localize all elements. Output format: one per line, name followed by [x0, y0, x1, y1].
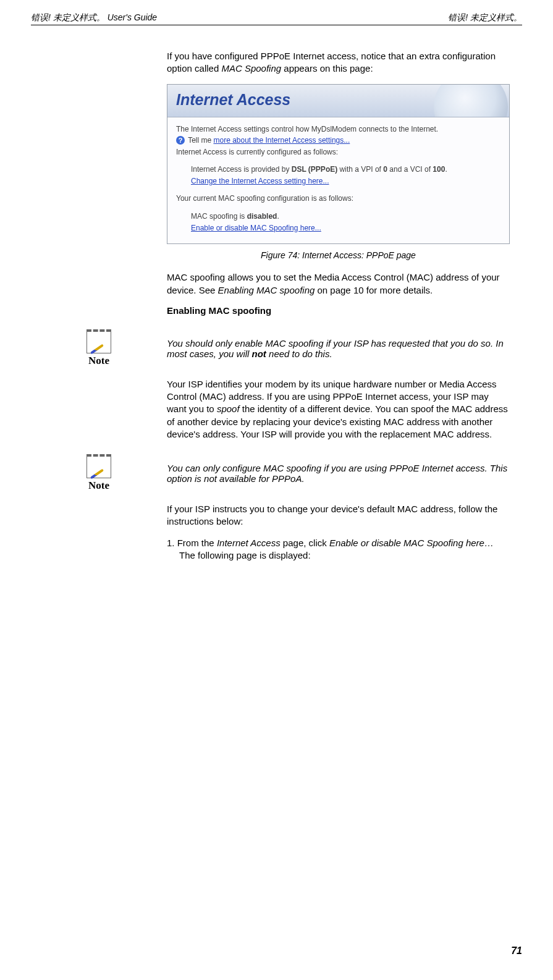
- item1-a: From the: [177, 538, 217, 548]
- note-icon: [87, 329, 111, 353]
- screenshot-internet-access: Internet Access The Internet Access sett…: [167, 84, 510, 245]
- ss-prov-d: 0: [383, 165, 387, 174]
- header-left-prefix: 错误! 未定义样式。: [31, 12, 105, 22]
- header-left-suffix: User's Guide: [105, 12, 157, 22]
- ss-mac-intro: Your current MAC spoofing configuration …: [176, 193, 500, 205]
- ss-line2: Internet Access is currently configured …: [176, 146, 500, 158]
- globe-icon: [434, 85, 508, 117]
- ss-prov-g: .: [445, 165, 447, 174]
- note-block-2: Note You can only configure MAC spoofing…: [31, 452, 522, 492]
- ss-mac-c: .: [277, 212, 279, 221]
- ss-mac-link[interactable]: Enable or disable MAC Spoofing here...: [191, 224, 321, 232]
- item1-c: page, click: [281, 538, 329, 548]
- item1-num: 1.: [167, 538, 177, 548]
- note-block-1: Note You should only enable MAC spoofing…: [31, 327, 522, 367]
- item1-d: Enable or disable MAC Spoofing here…: [329, 538, 494, 548]
- header-left: 错误! 未定义样式。 User's Guide: [31, 12, 157, 23]
- ss-line1: The Internet Access settings control how…: [176, 124, 500, 135]
- ss-change-link[interactable]: Change the Internet Access setting here.…: [191, 177, 329, 185]
- ss-mac-a: MAC spoofing is: [191, 212, 247, 221]
- note-label: Note: [88, 355, 109, 367]
- section-heading: Enabling MAC spoofing: [167, 305, 510, 316]
- figure-caption: Figure 74: Internet Access: PPPoE page: [167, 250, 510, 260]
- header-right: 错误! 未定义样式。: [448, 12, 522, 23]
- page-header: 错误! 未定义样式。 User's Guide 错误! 未定义样式。: [31, 12, 522, 25]
- ss-mac-line: MAC spoofing is disabled.: [191, 211, 500, 222]
- ss-help-text: Tell me: [188, 136, 213, 145]
- intro-text-b: MAC Spoofing: [221, 63, 281, 74]
- note-label: Note: [88, 479, 109, 492]
- item1-e: The following page is displayed:: [179, 550, 311, 560]
- screenshot-titlebar: Internet Access: [167, 85, 509, 117]
- after-figure-paragraph: MAC spoofing allows you to set the Media…: [167, 271, 510, 297]
- instructions-intro: If your ISP instructs you to change your…: [167, 503, 510, 528]
- ss-prov-f: 100: [433, 165, 445, 174]
- ss-prov-a: Internet Access is provided by: [191, 165, 292, 174]
- note1-a: You should only enable MAC spoofing if y…: [167, 338, 504, 359]
- body-paragraph: Your ISP identifies your modem by its un…: [167, 378, 510, 441]
- ss-mac-b: disabled: [247, 212, 277, 221]
- instruction-item-1: 1. From the Internet Access page, click …: [179, 537, 510, 562]
- intro-paragraph: If you have configured PPPoE Internet ac…: [167, 50, 510, 75]
- ss-prov-c: with a VPI of: [337, 165, 383, 174]
- screenshot-body: The Internet Access settings control how…: [167, 117, 509, 244]
- item1-b: Internet Access: [217, 538, 281, 548]
- ss-prov-b: DSL (PPPoE): [292, 165, 337, 174]
- help-icon[interactable]: ?: [176, 136, 185, 145]
- ss-help-row: ? Tell me more about the Internet Access…: [176, 135, 500, 146]
- page-number: 71: [511, 945, 522, 957]
- note1-b: not: [252, 348, 266, 359]
- note-icon: [87, 454, 111, 478]
- afterfig-c: on page 10 for more details.: [314, 285, 433, 295]
- note-text-2: You can only configure MAC spoofing if y…: [167, 452, 522, 484]
- intro-text-c: appears on this page:: [281, 63, 373, 74]
- ss-prov-e: and a VCI of: [387, 165, 433, 174]
- body-b: spoof: [217, 403, 240, 414]
- note-text-1: You should only enable MAC spoofing if y…: [167, 327, 522, 359]
- afterfig-b: Enabling MAC spoofing: [218, 285, 315, 295]
- ss-help-link[interactable]: more about the Internet Access settings.…: [213, 136, 350, 145]
- note1-c: need to do this.: [266, 348, 332, 359]
- ss-provider-line: Internet Access is provided by DSL (PPPo…: [191, 164, 500, 175]
